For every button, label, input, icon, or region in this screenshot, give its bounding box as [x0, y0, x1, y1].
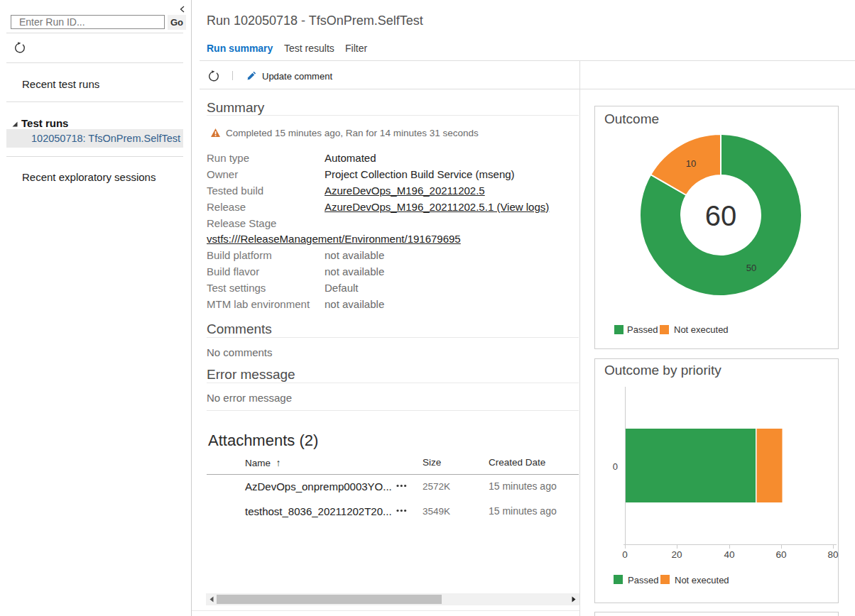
- svg-text:60: 60: [775, 549, 786, 560]
- svg-text:20: 20: [671, 549, 682, 560]
- svg-text:0: 0: [613, 461, 618, 472]
- svg-text:40: 40: [724, 549, 734, 560]
- svg-text:80: 80: [827, 549, 838, 560]
- svg-text:0: 0: [622, 549, 628, 560]
- svg-text:50: 50: [746, 263, 756, 273]
- svg-text:60: 60: [705, 200, 737, 231]
- svg-text:10: 10: [686, 158, 696, 169]
